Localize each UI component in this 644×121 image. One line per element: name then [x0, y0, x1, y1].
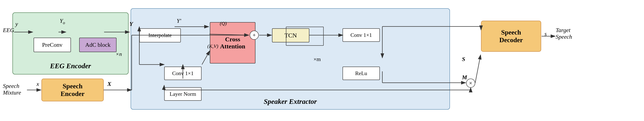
s-label: s [544, 31, 547, 37]
speech-encoder-block: Speech Encoder [42, 79, 104, 101]
tcn-block: TCN [272, 28, 309, 42]
speaker-extractor-label: Speaker Extractor [264, 98, 317, 106]
architecture-diagram: EEG Encoder PreConv AdC block ×n Speaker… [0, 0, 644, 121]
cross-attention-block: Cross Attention [210, 22, 256, 64]
KV-label: (K,V) [207, 43, 218, 49]
layer-norm-block: Layer Norm [164, 87, 202, 101]
preconv-block: PreConv [34, 38, 71, 52]
M-label: M [462, 74, 467, 81]
add-operator: + [250, 31, 259, 40]
yo-label: Yo [60, 17, 65, 25]
conv1x1-outer-block: Conv 1×1 [342, 28, 380, 42]
Y-label: Y [130, 21, 133, 27]
y-variable: y [15, 21, 18, 27]
eeg-signal-label: EEG [3, 27, 14, 33]
S-label: S [462, 56, 465, 62]
xn-label: ×n [116, 51, 122, 57]
X-label: X [108, 81, 111, 87]
multiply-operator: × [466, 79, 475, 88]
eeg-encoder-container: EEG Encoder PreConv AdC block ×n [12, 12, 128, 74]
speech-mixture-label: SpeechMixture [3, 83, 21, 96]
target-speech-label: TargetSpeech [556, 27, 572, 40]
adc-block: AdC block [79, 38, 116, 52]
speech-decoder-block: Speech Decoder [481, 21, 541, 52]
conv1x1-inner-block: Conv 1×1 [164, 67, 202, 80]
svg-line-29 [475, 55, 480, 83]
Yprime-label: Y' [177, 17, 181, 24]
interpolate-block: Interpolate [139, 28, 181, 42]
relu-block: ReLu [342, 67, 380, 80]
Q-label: (Q) [220, 21, 226, 26]
eeg-encoder-label: EEG Encoder [50, 62, 91, 70]
x-variable: x [36, 81, 39, 87]
xm-label: ×m [314, 56, 321, 62]
